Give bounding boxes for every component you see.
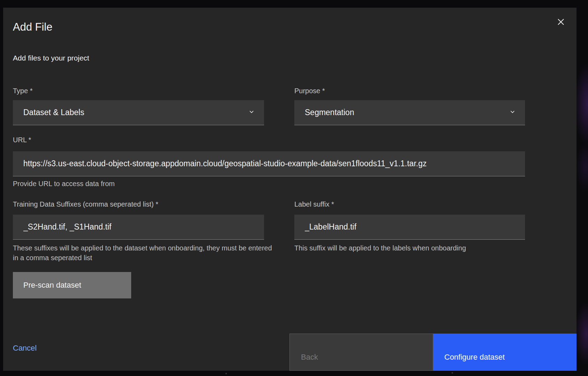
configure-dataset-button[interactable]: Configure dataset [433, 334, 577, 371]
url-input[interactable] [13, 151, 525, 176]
close-button[interactable] [553, 14, 569, 30]
add-file-modal: Add File Add files to your project Type … [3, 8, 577, 371]
page-background: Add File Add files to your project Type … [0, 0, 588, 376]
training-suffixes-input[interactable] [13, 215, 264, 240]
purpose-dropdown-value: Segmentation [305, 108, 508, 117]
modal-title: Add File [13, 20, 53, 34]
type-dropdown[interactable]: Dataset & Labels [13, 100, 264, 125]
prescan-dataset-button[interactable]: Pre-scan dataset [13, 272, 131, 298]
purpose-dropdown[interactable]: Segmentation [294, 100, 525, 125]
type-label: Type * [13, 86, 33, 95]
url-label: URL * [13, 135, 31, 144]
training-suffixes-label: Training Data Suffixes (comma seperated … [13, 200, 158, 209]
back-button[interactable]: Back [289, 334, 433, 371]
modal-subtitle: Add files to your project [13, 53, 89, 63]
label-suffix-label: Label suffix * [294, 200, 334, 209]
purpose-label: Purpose * [294, 86, 325, 95]
close-icon [556, 17, 565, 26]
label-suffix-input[interactable] [294, 215, 525, 240]
chevron-down-icon [247, 107, 256, 118]
training-suffixes-helper-text: These suffixes will be applied to the da… [13, 243, 272, 263]
label-suffix-helper-text: This suffix will be applied to the label… [294, 243, 538, 253]
cancel-button[interactable]: Cancel [13, 343, 37, 353]
url-helper-text: Provide URL to access data from [13, 179, 115, 189]
type-dropdown-value: Dataset & Labels [23, 108, 247, 117]
chevron-down-icon [508, 107, 517, 118]
